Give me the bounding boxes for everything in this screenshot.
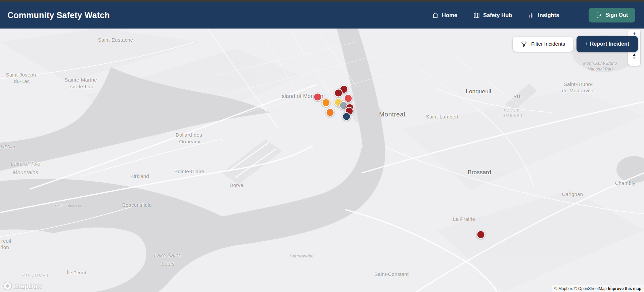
nav-items: HomeSafety HubInsights [432, 12, 559, 18]
filter-funnel-icon [521, 41, 527, 47]
incident-marker[interactable] [314, 93, 322, 101]
mapbox-logo[interactable]: mapbox [3, 282, 42, 290]
map-attribution: © Mapbox © OpenStreetMap Improve this ma… [552, 285, 644, 292]
app-title: Community Safety Watch [7, 10, 110, 20]
mapbox-attribution-link[interactable]: © Mapbox [554, 286, 573, 291]
mapbox-logo-icon [3, 282, 12, 290]
incident-marker[interactable] [334, 89, 343, 97]
map-icon [473, 12, 480, 18]
filter-incidents-button[interactable]: Filter Incidents [513, 37, 573, 52]
nav-item-insights[interactable]: Insights [528, 12, 559, 18]
map-toolbar: Filter Incidents + Report Incident [513, 36, 638, 52]
nav-item-safety-hub[interactable]: Safety Hub [473, 12, 512, 18]
incident-marker[interactable] [322, 99, 330, 107]
insights-chart-icon [528, 12, 535, 18]
map-basemap [0, 29, 644, 292]
app-header: Community Safety Watch HomeSafety HubIns… [0, 2, 644, 29]
sign-out-button[interactable]: Sign Out [589, 8, 635, 22]
incident-marker[interactable] [477, 231, 485, 239]
incident-marker[interactable] [342, 112, 351, 121]
sign-out-icon [596, 12, 602, 18]
home-icon [432, 12, 439, 18]
sign-out-label: Sign Out [605, 12, 628, 18]
pitch-down-icon: ▼ [632, 56, 636, 60]
map-canvas[interactable]: Saint-EustacheSaint-Joseph-du-LacSainte-… [0, 29, 644, 292]
improve-map-link[interactable]: Improve this map [608, 286, 641, 291]
osm-attribution-link[interactable]: © OpenStreetMap [574, 286, 607, 291]
report-incident-button[interactable]: + Report Incident [577, 36, 638, 52]
filter-incidents-label: Filter Incidents [531, 41, 565, 47]
mapbox-logo-text: mapbox [14, 282, 42, 290]
main-nav: HomeSafety HubInsights Sign Out [432, 8, 635, 22]
incident-marker[interactable] [326, 108, 334, 117]
nav-item-home[interactable]: Home [432, 12, 457, 18]
